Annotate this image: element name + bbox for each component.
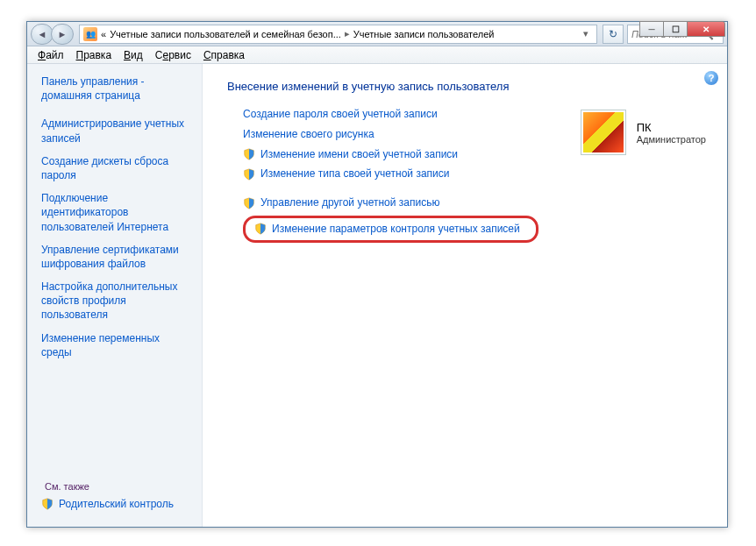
account-picture <box>581 110 626 155</box>
content-area: Панель управления - домашняя страница Ад… <box>27 64 727 527</box>
menu-service[interactable]: Сервис <box>150 47 196 63</box>
sidebar-item-5[interactable]: Изменение переменных среды <box>41 331 193 359</box>
breadcrumb-2[interactable]: Учетные записи пользователей <box>353 29 495 39</box>
control-panel-window: ─ ☐ ✕ ◄ ► 👥 « Учетные записи пользовател… <box>26 21 728 528</box>
sidebar-seealso-label: См. также <box>41 481 193 492</box>
shield-icon <box>243 197 255 209</box>
menu-view[interactable]: Вид <box>118 47 148 63</box>
shield-icon <box>243 148 255 160</box>
breadcrumb-separator: ▸ <box>345 28 350 39</box>
menu-file[interactable]: Файл <box>32 47 69 63</box>
user-accounts-icon: 👥 <box>83 27 97 41</box>
help-icon[interactable]: ? <box>704 71 718 85</box>
sidebar-item-2[interactable]: Подключение идентификаторов пользователе… <box>41 191 193 234</box>
titlebar: ◄ ► 👥 « Учетные записи пользователей и с… <box>27 22 727 46</box>
sidebar-item-4[interactable]: Настройка дополнительных свойств профиля… <box>41 280 193 323</box>
sidebar: Панель управления - домашняя страница Ад… <box>27 64 203 527</box>
task-uac-settings[interactable]: Изменение параметров контроля учетных за… <box>254 222 520 237</box>
sidebar-parental-control[interactable]: Родительский контроль <box>41 497 193 511</box>
menu-edit[interactable]: Правка <box>71 47 118 63</box>
sidebar-item-3[interactable]: Управление сертификатами шифрования файл… <box>41 243 193 271</box>
highlighted-task: Изменение параметров контроля учетных за… <box>243 216 538 243</box>
refresh-button[interactable]: ↻ <box>603 25 624 44</box>
task-change-type[interactable]: Изменение типа своей учетной записи <box>243 167 711 181</box>
minimize-button[interactable]: ─ <box>639 21 664 37</box>
menubar: Файл Правка Вид Сервис Справка <box>27 46 727 64</box>
account-tile: ПК Администратор <box>581 110 706 155</box>
shield-icon <box>254 223 267 235</box>
task-manage-other[interactable]: Управление другой учетной записью <box>243 195 711 210</box>
main-panel: ? Внесение изменений в учетную запись по… <box>203 64 727 527</box>
breadcrumb-prefix: « <box>101 29 106 39</box>
menu-help[interactable]: Справка <box>198 47 250 63</box>
close-button[interactable]: ✕ <box>687 21 725 37</box>
page-title: Внесение изменений в учетную запись поль… <box>227 80 711 93</box>
breadcrumb-1[interactable]: Учетные записи пользователей и семейная … <box>110 29 341 39</box>
sidebar-parental-label: Родительский контроль <box>59 497 174 511</box>
maximize-button[interactable]: ☐ <box>663 21 688 37</box>
sidebar-item-0[interactable]: Администрирование учетных записей <box>41 117 193 145</box>
forward-button[interactable]: ► <box>51 24 74 45</box>
shield-icon <box>243 168 255 181</box>
nav-buttons: ◄ ► <box>31 24 74 45</box>
shield-icon <box>41 498 53 510</box>
window-controls: ─ ☐ ✕ <box>640 21 725 37</box>
account-role: Администратор <box>637 134 706 145</box>
address-bar[interactable]: 👥 « Учетные записи пользователей и семей… <box>79 25 597 44</box>
sidebar-item-1[interactable]: Создание дискеты сброса пароля <box>41 154 193 182</box>
account-name: ПК <box>637 121 706 134</box>
sidebar-home[interactable]: Панель управления - домашняя страница <box>41 74 193 103</box>
address-dropdown[interactable]: ▾ <box>579 28 593 39</box>
